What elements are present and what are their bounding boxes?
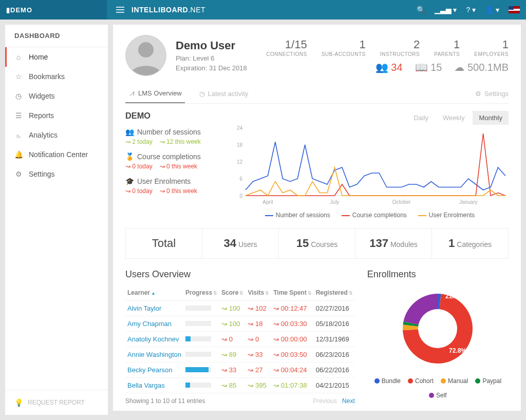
layers-icon: ☰ <box>14 111 23 120</box>
th-score[interactable]: Score⇅ <box>219 285 246 301</box>
user-header: Demo User Plan: Level 6 Expiration: 31 D… <box>125 35 509 76</box>
analytics-icon: ⎁ <box>14 131 23 139</box>
table-row: Becky Pearson ↝ 33 ↝ 27 ↝ 00:04:24 06/22… <box>125 362 355 378</box>
svg-text:18: 18 <box>237 142 243 148</box>
legend-item: User Enrolments <box>418 212 475 219</box>
request-report[interactable]: 💡REQUEST REPORT <box>5 390 108 415</box>
learner-link[interactable]: Anatoliy Kochnev <box>125 332 183 347</box>
period-switch: Daily Weekly Monthly <box>407 111 509 125</box>
svg-text:24: 24 <box>237 125 243 131</box>
svg-text:July: July <box>330 199 340 205</box>
menu-icon[interactable] <box>116 7 124 13</box>
search-icon[interactable]: 🔍 <box>417 6 425 14</box>
tenant-name: DEMO <box>10 6 32 14</box>
sliders-icon: ⚙ <box>14 170 23 178</box>
topbar: ▮ DEMO INTELLIBOARD.NET 🔍 ▁▃▅ ▾ ? ▾ 👤 ▾ <box>0 0 526 20</box>
svg-text:72.8%: 72.8% <box>449 347 466 354</box>
tenant-badge: ▮ DEMO <box>0 0 107 20</box>
sidebar-item-widgets[interactable]: ◷Widgets <box>5 86 108 106</box>
enrollments: Enrollments 21.7%72.8% BundleCohortManua… <box>367 259 509 405</box>
metric-completions: 🏅Course completions ↝ 0 today↝ 0 this we… <box>125 152 224 170</box>
donut-legend-item: Bundle <box>374 377 401 385</box>
clock-icon: ◷ <box>199 90 205 98</box>
totals: Total 34Users 15Courses 137Modules 1Cate… <box>125 228 509 259</box>
sidebar-item-label: Bookmarks <box>29 72 65 81</box>
request-report-label: REQUEST REPORT <box>28 399 85 406</box>
mini-stats: 👥 34 📖 15 ☁ 500.1MB <box>375 61 509 73</box>
th-progress[interactable]: Progress⇅ <box>183 285 219 301</box>
table-row: Amy Chapman ↝ 100 ↝ 18 ↝ 00:03:30 05/18/… <box>125 316 355 332</box>
learner-link[interactable]: Becky Pearson <box>125 362 183 378</box>
badge-icon: 🏅 <box>125 152 134 161</box>
sidebar-item-notification-center[interactable]: 🔔Notification Center <box>5 145 108 164</box>
pager-next[interactable]: Next <box>342 397 355 405</box>
tab-settings-link[interactable]: ⚙Settings <box>475 90 509 98</box>
donut-legend-item: Self <box>429 392 447 399</box>
svg-text:April: April <box>262 199 273 205</box>
th-visits[interactable]: Visits⇅ <box>246 285 271 301</box>
clock-icon: ◷ <box>14 92 23 100</box>
user-icon[interactable]: 👤 ▾ <box>485 6 499 14</box>
user-expiration: Expiration: 31 Dec 2018 <box>176 64 247 72</box>
svg-text:6: 6 <box>239 176 242 182</box>
topbar-right: 🔍 ▁▃▅ ▾ ? ▾ 👤 ▾ <box>417 6 526 14</box>
donut-chart: 21.7%72.8% <box>386 285 489 372</box>
th-time[interactable]: Time Spent⇅ <box>271 285 313 301</box>
sidebar-item-label: Widgets <box>29 92 55 100</box>
legend-item: Number of sessions <box>265 212 330 219</box>
star-icon: ☆ <box>14 72 23 81</box>
flag-icon[interactable] <box>509 6 520 13</box>
period-monthly[interactable]: Monthly <box>473 111 509 125</box>
table-row: Alvin Taylor ↝ 100 ↝ 102 ↝ 00:12:47 02/2… <box>125 301 355 316</box>
table-row: Anatoliy Kochnev ↝ 0 ↝ 0 ↝ 00:00:00 12/3… <box>125 332 355 347</box>
pager-prev[interactable]: Previous <box>313 397 337 405</box>
grad-cap-icon: 🎓 <box>125 177 134 185</box>
sidebar-item-settings[interactable]: ⚙Settings <box>5 164 108 184</box>
svg-text:21.7%: 21.7% <box>445 293 463 300</box>
tab-lms-overview[interactable]: ⩘LMS Overview <box>125 84 185 103</box>
svg-point-0 <box>138 42 154 58</box>
metric-sessions: 👥Number of sessions ↝ 2 today↝ 12 this w… <box>125 128 224 145</box>
stat-parents: 1PARENTS <box>434 38 460 57</box>
sidebar-item-label: Home <box>29 53 48 61</box>
users-overview-title: Users Overview <box>125 269 355 280</box>
sidebar: DASHBOARD ⌂Home☆Bookmarks◷Widgets☰Report… <box>5 25 108 415</box>
total-modules: 137Modules <box>355 228 432 258</box>
svg-text:October: October <box>392 199 411 205</box>
bell-icon: 🔔 <box>14 150 23 159</box>
home-icon: ⌂ <box>14 53 23 61</box>
th-learner[interactable]: Learner▲ <box>125 285 183 301</box>
sidebar-item-home[interactable]: ⌂Home <box>5 47 108 67</box>
sidebar-item-analytics[interactable]: ⎁Analytics <box>5 125 108 145</box>
brand: INTELLIBOARD.NET <box>107 6 205 14</box>
th-registered[interactable]: Registered⇅ <box>314 285 355 301</box>
total-label: Total <box>126 228 202 258</box>
period-weekly[interactable]: Weekly <box>437 111 471 125</box>
user-name: Demo User <box>176 39 247 52</box>
learner-link[interactable]: Annie Washington <box>125 347 183 362</box>
tab-latest-activity[interactable]: ◷Latest activity <box>196 85 252 103</box>
total-categories: 1Categories <box>432 228 508 258</box>
period-daily[interactable]: Daily <box>407 111 435 125</box>
sidebar-item-label: Reports <box>29 111 54 120</box>
bulb-icon: 💡 <box>14 398 23 407</box>
stat-sub-accounts: 1SUB-ACCOUNTS <box>322 38 366 57</box>
learner-link[interactable]: Amy Chapman <box>125 316 183 332</box>
stat-connections: 1/15CONNECTIONS <box>266 38 307 57</box>
learner-link[interactable]: Bella Vargas <box>125 378 183 393</box>
donut-legend-item: Paypal <box>475 377 501 385</box>
signal-icon[interactable]: ▁▃▅ ▾ <box>435 6 457 14</box>
svg-text:January: January <box>459 199 478 205</box>
brand-bold: INTELLIBOARD <box>132 6 188 14</box>
learner-link[interactable]: Alvin Taylor <box>125 301 183 316</box>
total-courses: 15Courses <box>279 228 355 258</box>
books-mini-stat: 📖 15 <box>415 61 442 73</box>
sidebar-item-label: Analytics <box>29 131 58 139</box>
sidebar-item-reports[interactable]: ☰Reports <box>5 106 108 125</box>
sidebar-item-bookmarks[interactable]: ☆Bookmarks <box>5 67 108 86</box>
pulse-icon: ⩘ <box>128 89 135 97</box>
svg-text:12: 12 <box>237 159 243 165</box>
help-icon[interactable]: ? ▾ <box>466 6 476 14</box>
users-overview: Users Overview Learner▲ Progress⇅ Score⇅… <box>125 259 355 405</box>
storage-mini-stat: ☁ 500.1MB <box>454 61 509 73</box>
